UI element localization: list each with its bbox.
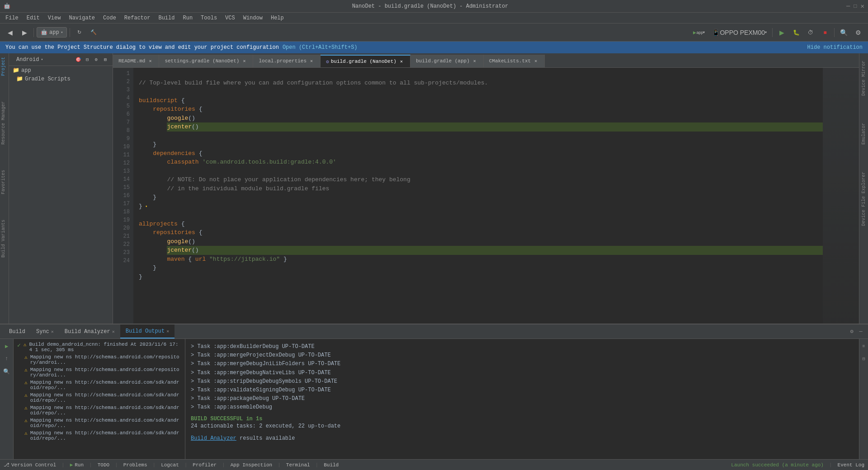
sidebar-item-build-variants[interactable]: Build Variants [0,216,9,261]
terminal-status[interactable]: Terminal [286,462,310,468]
tab-build-gradle-nanodet[interactable]: ⚙ build.gradle (NanoDet) ✕ [321,55,410,67]
build-status[interactable]: Build [324,462,339,468]
build-output-tab-close[interactable]: ✕ [166,329,169,334]
menu-edit[interactable]: Edit [23,14,43,22]
build-item-warn-7[interactable]: ⚠ Mapping new ns http://schemas.android.… [14,429,185,442]
build-analyzer-tab-close[interactable]: ✕ [112,329,115,334]
run-config-btn[interactable]: ▶ app ▾ [690,26,708,39]
panel-collapse-icon[interactable]: ⊟ [84,56,91,63]
event-log-status[interactable]: Event Log [838,462,864,468]
version-control-status[interactable]: ⎇ Version Control [4,462,56,468]
run-label: Run [75,462,84,468]
build-item-warn-2[interactable]: ⚠ Mapping new ns http://schemas.android.… [14,366,185,379]
menu-window[interactable]: Window [240,14,266,22]
run-config-chevron: ▾ [703,30,705,34]
sidebar-item-favorites[interactable]: Favorites [0,166,9,198]
bottom-panel: Build Sync ✕ Build Analyzer ✕ Build Outp… [0,324,868,459]
device-dropdown-btn[interactable]: 📱 OPPO PEXM00 ▾ [709,26,769,39]
back-button[interactable]: ◀ [4,26,16,39]
problems-status[interactable]: Problems [123,462,147,468]
menu-navigate[interactable]: Navigate [65,14,99,22]
notification-bar: You can use the Project Structure dialog… [0,42,868,53]
build-item-warn-5[interactable]: ⚠ Mapping new ns http://schemas.android.… [14,404,185,417]
bottom-panel-settings-icon[interactable]: ⚙ [848,328,855,335]
todo-status[interactable]: TODO [98,462,109,468]
menu-file[interactable]: File [2,14,22,22]
tab-readme-close[interactable]: ✕ [147,58,153,64]
build-wrap-icon[interactable]: ≡ [859,341,868,352]
settings-button[interactable]: ⚙ [852,26,864,39]
tab-settings-gradle-label: settings.gradle (NanoDet) [165,58,239,64]
tab-build-gradle-app-close[interactable]: ✕ [472,58,478,64]
sidebar-item-project[interactable]: Project [0,53,9,80]
profiler-status[interactable]: Profiler [193,462,217,468]
tab-settings-gradle-close[interactable]: ✕ [241,58,247,64]
run-config-label: app [696,30,703,35]
success-icon: ✓ [17,342,21,349]
build-item-warn-3[interactable]: ⚠ Mapping new ns http://schemas.android.… [14,379,185,391]
project-dropdown[interactable]: 🤖 app ▾ [37,27,67,38]
right-sidebar-emulator[interactable]: Emulator [860,119,867,148]
tab-readme[interactable]: README.md ✕ [113,55,159,67]
bottom-tab-build[interactable]: Build [4,324,31,338]
build-align-icon[interactable]: ⊟ [859,353,868,364]
run-status[interactable]: ▶ Run [70,462,84,468]
panel-expand-icon[interactable]: ⊞ [102,56,109,63]
bottom-tab-build-analyzer[interactable]: Build Analyzer ✕ [59,324,120,338]
build-result-text: BUILD SUCCESSFUL in 1s [191,416,854,422]
bottom-scroll-icon[interactable]: ↑ [1,353,12,364]
bottom-panel-minimize-icon[interactable]: ─ [857,328,864,335]
menu-build[interactable]: Build [155,14,178,22]
menu-run[interactable]: Run [179,14,196,22]
menu-vcs[interactable]: VCS [222,14,239,22]
build-warn-text-3: Mapping new ns http://schemas.android.co… [30,380,181,390]
panel-scroll-to-file-icon[interactable]: 🎯 [75,56,82,63]
build-item-main[interactable]: ✓ ⚠ Build demo_android_ncnn: finished At… [14,341,185,353]
menu-help[interactable]: Help [267,14,288,22]
panel-gear-icon[interactable]: ⚙ [93,56,100,63]
android-dropdown[interactable]: Android ▾ [13,55,47,65]
minimize-icon[interactable]: ─ [846,3,850,10]
stop-button[interactable]: ■ [819,26,831,39]
tab-build-gradle-app[interactable]: build.gradle (app) ✕ [410,55,484,67]
tab-cmakelists-close[interactable]: ✕ [533,58,539,64]
tree-item-app[interactable]: 📁 app [9,66,113,75]
bottom-filter-icon[interactable]: 🔍 [1,366,12,377]
build-warn-text-6: Mapping new ns http://schemas.android.co… [30,418,181,428]
right-sidebar-device-file-explorer[interactable]: Device File Explorer [860,168,867,230]
debug-button[interactable]: 🐛 [790,26,802,39]
menu-code[interactable]: Code [99,14,120,22]
sync-tab-close[interactable]: ✕ [51,329,54,334]
run-icon: ▶ [70,462,73,468]
logcat-status[interactable]: Logcat [161,462,179,468]
tab-settings-gradle[interactable]: settings.gradle (NanoDet) ✕ [159,55,253,67]
tab-cmakelists[interactable]: CMakeLists.txt ✕ [484,55,545,67]
tree-item-gradle-scripts[interactable]: 📁 Gradle Scripts [9,75,113,83]
maximize-icon[interactable]: □ [854,3,857,9]
forward-button[interactable]: ▶ [18,26,31,39]
build-analyzer-link[interactable]: Build Analyzer [191,435,236,442]
hide-notification-link[interactable]: Hide notification [807,44,863,51]
tab-local-properties[interactable]: local.properties ✕ [253,55,321,67]
profile-button[interactable]: ⏱ [804,26,817,39]
search-button[interactable]: 🔍 [837,26,850,39]
build-item-warn-4[interactable]: ⚠ Mapping new ns http://schemas.android.… [14,391,185,404]
make-button[interactable]: 🔨 [87,26,100,39]
close-icon[interactable]: ✕ [861,2,864,10]
sync-button[interactable]: ↻ [73,26,85,39]
tab-build-gradle-close[interactable]: ✕ [398,58,405,65]
menu-tools[interactable]: Tools [197,14,221,22]
right-sidebar-device-mirror[interactable]: Device Mirror [860,57,867,99]
tab-local-properties-close[interactable]: ✕ [308,58,315,64]
build-item-warn-1[interactable]: ⚠ Mapping new ns http://schemas.android.… [14,353,185,366]
warn-icon-4: ⚠ [24,392,28,398]
bottom-tab-build-output[interactable]: Build Output ✕ [120,324,175,338]
open-project-structure-link[interactable]: Open (Ctrl+Alt+Shift+S) [283,44,358,51]
menu-refactor[interactable]: Refactor [121,14,154,22]
sidebar-item-resource-manager[interactable]: Resource Manager [0,98,9,148]
bottom-tab-sync[interactable]: Sync ✕ [31,324,59,338]
menu-view[interactable]: View [44,14,65,22]
build-item-warn-6[interactable]: ⚠ Mapping new ns http://schemas.android.… [14,417,185,429]
app-inspection-status[interactable]: App Inspection [231,462,272,468]
run-button[interactable]: ▶ [775,26,788,39]
